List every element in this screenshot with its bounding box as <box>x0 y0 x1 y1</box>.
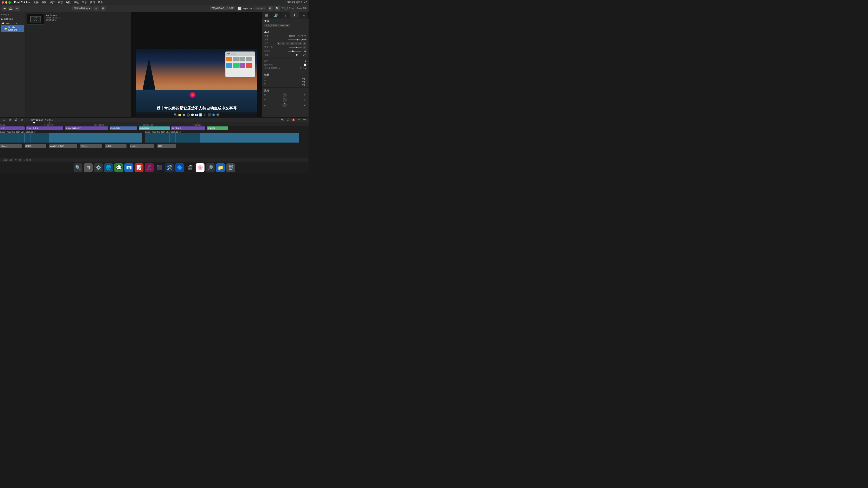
timeline-arrow[interactable]: ▾ <box>45 119 46 121</box>
rx-circle[interactable] <box>283 93 287 97</box>
zoom-out-btn[interactable]: 🔍 <box>280 118 285 122</box>
vertical-align-slider[interactable] <box>289 47 302 48</box>
caption-clip-1[interactable]: 作为一个视频... <box>26 126 63 130</box>
app-name: Final Cut Pro <box>14 1 30 4</box>
char-spacing-slider[interactable] <box>289 55 302 55</box>
line-spacing-slider[interactable] <box>288 51 301 52</box>
char-spacing-row: 字距 0 % <box>264 53 306 56</box>
render-button[interactable]: ⬜ <box>237 6 242 11</box>
inspector-tab-text[interactable]: T <box>290 12 299 18</box>
align-natural[interactable]: ≡ <box>294 42 298 45</box>
inspector-tab-video[interactable]: 🎬 <box>262 12 272 18</box>
ry-label: Y <box>264 99 266 101</box>
dock-xcode[interactable]: 🛠️ <box>165 163 174 172</box>
inspector-tab-audio[interactable]: 🔊 <box>272 12 281 18</box>
align-left[interactable]: ◧ <box>277 42 281 45</box>
back-button[interactable]: ⬅ <box>2 6 7 11</box>
ry-circle[interactable] <box>283 98 287 102</box>
caption-clip-4[interactable]: 剩的的字幕... <box>139 126 170 130</box>
grid-view-button[interactable]: ⊞ <box>101 6 106 11</box>
menu-clip[interactable]: 片段 <box>66 1 71 4</box>
menu-help[interactable]: 帮助 <box>98 1 103 4</box>
clip-btn[interactable]: 🎬 <box>8 118 12 122</box>
zoom-dropdown[interactable]: 162% ▾ <box>255 6 267 10</box>
maximize-button[interactable] <box>8 1 11 4</box>
share-button[interactable]: ↪ <box>14 6 20 11</box>
caption-clip-0[interactable]: 抄文... <box>0 126 25 130</box>
dock-launchpad[interactable]: ⊞ <box>84 163 93 172</box>
video-clip-1[interactable] <box>0 133 142 142</box>
expand-btn[interactable]: ⛶ <box>25 118 30 122</box>
size-value: 160.0 <box>301 38 306 41</box>
dock-messages[interactable]: 💬 <box>114 163 123 172</box>
dock-files[interactable]: 📁 <box>216 163 225 172</box>
allcaps-size-row: 全部大写字母大小 80.0 % <box>264 67 306 70</box>
menu-window[interactable]: 窗口 <box>90 1 95 4</box>
menu-mark[interactable]: 标记 <box>58 1 63 4</box>
align-right[interactable]: ◨ <box>286 42 289 45</box>
text-preset-tag[interactable]: 天蓝_文章-描...· Basic Title <box>264 24 290 27</box>
audio-btn[interactable]: 🔊 <box>13 118 18 122</box>
library-item-date[interactable]: 📁 2024-12-13 <box>0 22 25 25</box>
bottom-cap-0[interactable]: Ailnius... <box>0 144 22 148</box>
inspector-toggle[interactable]: 🔍 <box>274 6 280 11</box>
menu-view[interactable]: 显示 <box>82 1 87 4</box>
more-btn[interactable]: ••• <box>302 118 307 122</box>
bottom-cap-5[interactable]: Subtitle... <box>130 144 154 148</box>
dock-trash[interactable]: 🗑️ <box>226 163 235 172</box>
inspector-tab-effects[interactable]: ★ <box>299 12 309 18</box>
import-button[interactable]: 📥 <box>8 6 13 11</box>
align-buttons: ◧ ◫ ◨ ▤ ≡ ⊞ ⊟ <box>277 42 306 45</box>
font-name[interactable]: 普惠黑· <box>289 35 296 37</box>
bottom-cap-3[interactable]: AISubtit... <box>80 144 102 148</box>
menu-file[interactable]: 文件 <box>33 1 38 4</box>
menu-edit[interactable]: 编辑 <box>41 1 46 4</box>
dock-finalcut[interactable]: 🎬 <box>185 163 194 172</box>
headphones-btn[interactable]: 🎧 <box>286 118 290 122</box>
dock-sourcetree[interactable]: 🔷 <box>175 163 184 172</box>
settings-btn[interactable]: ⚙ <box>20 118 24 122</box>
dock-settings[interactable]: ⚙️ <box>94 163 103 172</box>
bottom-cap-6[interactable]: 丝蚕... <box>157 144 176 148</box>
menu-modify[interactable]: 修改 <box>74 1 79 4</box>
inspector-tab-info[interactable]: ℹ <box>281 12 290 18</box>
align-force[interactable]: ⊞ <box>299 42 302 45</box>
menu-trim[interactable]: 修剪 <box>50 1 55 4</box>
dock-reminders[interactable]: 📝 <box>134 163 144 172</box>
align-extra[interactable]: ⊟ <box>303 42 306 45</box>
rz-circle[interactable] <box>282 103 287 107</box>
mute-btn[interactable]: 🔇 <box>291 118 296 122</box>
dock-safari[interactable]: 🌐 <box>104 163 113 172</box>
dock-alfred[interactable]: 🔎 <box>206 163 215 172</box>
media-item-audio[interactable]: 🎵 audio.wav 2024/12/25 21:47 00:00:20:24 <box>25 12 131 26</box>
dock-music[interactable]: 🎵 <box>145 163 154 172</box>
align-center[interactable]: ◫ <box>281 42 285 45</box>
library-item-smart[interactable]: ▶ 智能精选 <box>0 17 25 22</box>
minimize-button[interactable] <box>5 1 7 4</box>
vertical-align-btn[interactable]: ↕ <box>303 46 306 49</box>
font-style[interactable]: Extra Bold <box>297 35 306 37</box>
dock-finder[interactable]: 🔍 <box>73 163 83 172</box>
size-slider[interactable] <box>288 39 301 40</box>
bottom-cap-1[interactable]: 丝绸感... <box>25 144 46 148</box>
layout-button[interactable]: ⊟ <box>268 6 273 11</box>
bottom-cap-2[interactable]: WatchMoJo格式... <box>50 144 77 148</box>
index-button[interactable]: ☰ <box>2 118 6 122</box>
library-header[interactable]: ▾ 未命名 <box>0 12 25 17</box>
library-item-omc[interactable]: 📁 Oh My Captions <box>1 25 24 32</box>
caption-clip-5[interactable]: 手打字幕文... <box>171 126 205 130</box>
list-view-button[interactable]: ≡ <box>93 6 99 11</box>
bottom-cap-4[interactable]: 丝绸感... <box>105 144 126 148</box>
allcaps-checkbox[interactable] <box>304 64 306 66</box>
caption-clip-2[interactable]: 其实有几种的流行... <box>65 126 108 130</box>
dock-photos[interactable]: 🌸 <box>195 163 205 172</box>
dock-mail[interactable]: 📧 <box>124 163 133 172</box>
video-clip-2[interactable] <box>145 133 299 142</box>
caption-clip-6[interactable]: 慢速传输 <box>207 126 228 130</box>
align-justify[interactable]: ▤ <box>290 42 294 45</box>
dock-iterm[interactable]: ⬛ <box>155 163 164 172</box>
filter-dropdown[interactable]: 隐藏被拒绝的 ▾ <box>72 6 92 10</box>
close-button[interactable] <box>2 1 4 4</box>
caption-clip-3[interactable]: 新生的字幕 <box>110 126 137 130</box>
cut-btn[interactable]: ✂ <box>297 118 301 122</box>
